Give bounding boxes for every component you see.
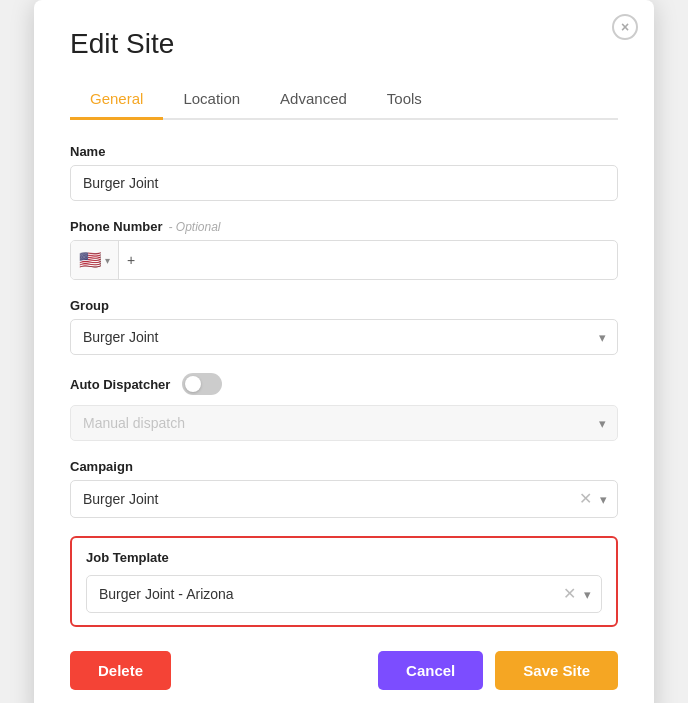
job-template-chevron-icon[interactable]: ▾ <box>584 587 591 602</box>
phone-plus: + <box>119 252 143 268</box>
manual-dispatch-wrapper: Manual dispatch ▾ <box>70 405 618 441</box>
edit-site-modal: × Edit Site General Location Advanced To… <box>34 0 654 703</box>
group-section: Group Burger Joint ▾ <box>70 298 618 355</box>
group-select-wrapper: Burger Joint ▾ <box>70 319 618 355</box>
phone-label: Phone Number - Optional <box>70 219 618 234</box>
auto-dispatcher-section: Auto Dispatcher Manual dispatch ▾ <box>70 373 618 441</box>
job-template-clear-button[interactable]: ✕ <box>563 586 576 602</box>
job-template-value: Burger Joint - Arizona <box>99 586 234 602</box>
flag-icon: 🇺🇸 <box>79 249 101 271</box>
job-template-actions: ✕ ▾ <box>563 586 591 602</box>
job-template-select[interactable]: Burger Joint - Arizona ✕ ▾ <box>86 575 602 613</box>
modal-title: Edit Site <box>70 28 618 60</box>
group-label: Group <box>70 298 618 313</box>
tab-advanced[interactable]: Advanced <box>260 80 367 120</box>
tab-general[interactable]: General <box>70 80 163 120</box>
tab-location[interactable]: Location <box>163 80 260 120</box>
manual-dispatch-select[interactable]: Manual dispatch <box>70 405 618 441</box>
auto-dispatcher-row: Auto Dispatcher <box>70 373 618 395</box>
close-button[interactable]: × <box>612 14 638 40</box>
auto-dispatcher-toggle[interactable] <box>182 373 222 395</box>
flag-chevron-icon: ▾ <box>105 255 110 266</box>
name-label: Name <box>70 144 618 159</box>
campaign-label: Campaign <box>70 459 618 474</box>
name-input[interactable] <box>70 165 618 201</box>
delete-button[interactable]: Delete <box>70 651 171 690</box>
group-select[interactable]: Burger Joint <box>70 319 618 355</box>
phone-optional: - Optional <box>168 220 220 234</box>
cancel-button[interactable]: Cancel <box>378 651 483 690</box>
campaign-chevron-icon[interactable]: ▾ <box>600 492 607 507</box>
phone-input[interactable] <box>143 243 617 277</box>
close-icon: × <box>621 19 629 35</box>
campaign-value: Burger Joint <box>83 491 158 507</box>
tab-tools[interactable]: Tools <box>367 80 442 120</box>
name-section: Name <box>70 144 618 201</box>
campaign-section: Campaign Burger Joint ✕ ▾ <box>70 459 618 518</box>
save-button[interactable]: Save Site <box>495 651 618 690</box>
tab-bar: General Location Advanced Tools <box>70 80 618 120</box>
phone-flag-dropdown[interactable]: 🇺🇸 ▾ <box>71 241 119 279</box>
right-actions: Cancel Save Site <box>378 651 618 690</box>
auto-dispatcher-label: Auto Dispatcher <box>70 377 170 392</box>
campaign-clear-button[interactable]: ✕ <box>579 491 592 507</box>
phone-wrapper: 🇺🇸 ▾ + <box>70 240 618 280</box>
job-template-section: Job Template Burger Joint - Arizona ✕ ▾ <box>70 536 618 627</box>
footer-actions: Delete Cancel Save Site <box>70 651 618 690</box>
campaign-actions: ✕ ▾ <box>579 491 607 507</box>
campaign-select[interactable]: Burger Joint ✕ ▾ <box>70 480 618 518</box>
job-template-label: Job Template <box>86 550 602 565</box>
phone-section: Phone Number - Optional 🇺🇸 ▾ + <box>70 219 618 280</box>
